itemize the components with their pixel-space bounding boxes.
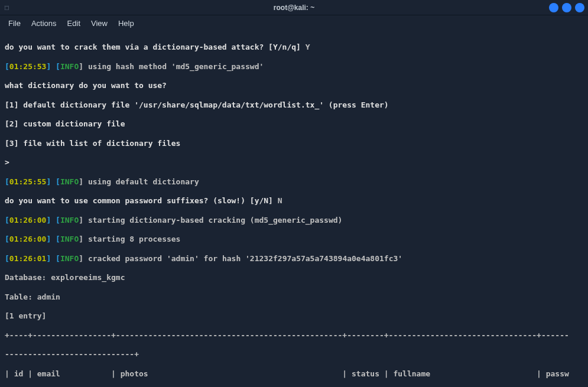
menu-help[interactable]: Help (118, 19, 134, 28)
bracket: ] (46, 62, 51, 71)
prompt-question: do you want to crack them via a dictiona… (5, 43, 301, 51)
close-button[interactable] (575, 3, 584, 12)
prompt-caret: > (5, 158, 9, 167)
terminal-icon: ⬚ (5, 4, 13, 12)
log-text: ' (259, 62, 264, 71)
option-1: [1] default dictionary file '/usr/share/… (5, 100, 389, 109)
log-text: ] using hash method ' (79, 62, 176, 71)
log-text: ' (398, 254, 402, 263)
table-separator: ----------------------------+ (5, 350, 139, 359)
bracket: [ (5, 235, 9, 243)
table-name: Table: admin (5, 292, 60, 301)
option-2: [2] custom dictionary file (5, 119, 125, 128)
bracket: [ (56, 235, 60, 243)
bracket: [ (56, 254, 60, 263)
bracket: [ (5, 62, 9, 71)
prompt-question: do you want to use common password suffi… (5, 196, 273, 205)
bracket: [ (56, 216, 60, 225)
log-level: INFO (60, 177, 79, 186)
log-text: ] using default dictionary (79, 177, 199, 186)
bracket: ] (46, 235, 51, 243)
timestamp: 01:26:00 (9, 216, 47, 225)
menu-file[interactable]: File (8, 19, 21, 28)
log-text: ] starting 8 processes (79, 235, 180, 243)
database-name: Database: exploreeims_kgmc (5, 273, 125, 282)
menu-view[interactable]: View (91, 19, 108, 28)
window-title: root@kali: ~ (274, 4, 314, 12)
prompt-question: what dictionary do you want to use? (5, 81, 167, 90)
bracket: [ (5, 254, 9, 263)
bracket: ] (46, 177, 51, 186)
hash-value: 21232f297a57a5a743894a0e4a801fc3 (250, 254, 398, 263)
menubar: File Actions Edit View Help (0, 15, 588, 31)
log-level: INFO (60, 62, 79, 71)
bracket: [ (5, 216, 9, 225)
entry-count: [1 entry] (5, 311, 46, 320)
bracket: ] (46, 254, 51, 263)
user-answer: Y (301, 43, 310, 51)
bracket: [ (56, 62, 60, 71)
user-answer: N (273, 196, 282, 205)
menu-actions[interactable]: Actions (31, 19, 57, 28)
log-text: ] starting dictionary-based cracking (md… (79, 216, 342, 225)
log-level: INFO (60, 235, 79, 243)
bracket: [ (5, 177, 9, 186)
timestamp: 01:26:00 (9, 235, 47, 243)
timestamp: 01:26:01 (9, 254, 47, 263)
minimize-button[interactable] (549, 3, 558, 12)
window-controls (549, 3, 584, 12)
log-level: INFO (60, 216, 79, 225)
bracket: [ (56, 177, 60, 186)
bracket: ] (46, 216, 51, 225)
log-text: ' for hash ' (194, 254, 250, 263)
log-level: INFO (60, 254, 79, 263)
option-3: [3] file with list of dictionary files (5, 139, 180, 148)
timestamp: 01:25:55 (9, 177, 47, 186)
table-header: | id | email | photos | status | fullnam… (5, 369, 569, 378)
timestamp: 01:25:53 (9, 62, 47, 71)
maximize-button[interactable] (562, 3, 571, 12)
titlebar: ⬚ root@kali: ~ (0, 0, 588, 15)
cracked-password: admin (171, 254, 194, 263)
terminal-output[interactable]: do you want to crack them via a dictiona… (0, 31, 588, 387)
log-text: ] cracked password ' (79, 254, 171, 263)
hash-method: md5_generic_passwd (176, 62, 259, 71)
menu-edit[interactable]: Edit (67, 19, 80, 28)
table-separator: +----+-----------------+----------------… (5, 331, 569, 340)
